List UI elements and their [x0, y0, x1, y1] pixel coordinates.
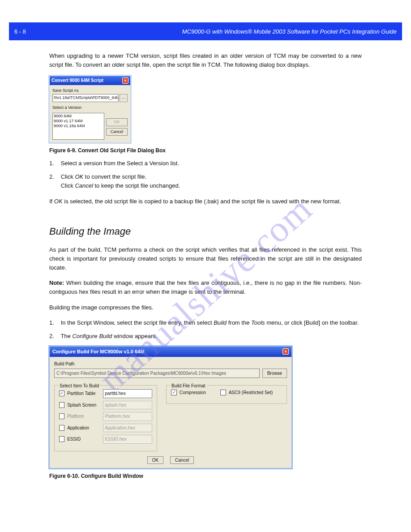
build-toolbar-icon-ref: [Build]: [304, 319, 320, 326]
select-version-label: Select a Version: [52, 105, 128, 111]
step-2b: 2. The Configure Build window appears.: [49, 332, 362, 341]
ok-ref: OK: [75, 173, 83, 180]
platform-row: Platform Platform.hex: [59, 412, 152, 421]
figure-9-caption: Figure 6-9. Convert Old Script File Dial…: [49, 146, 362, 155]
platform-file-input: Platform.hex: [103, 412, 152, 421]
splash-screen-label: Splash Screen: [67, 402, 100, 409]
step-2: 2. Click OK to convert the script file. …: [49, 172, 362, 190]
paragraph-2: If OK is selected, the old script file i…: [49, 197, 362, 206]
version-listbox[interactable]: 9000 64M 9000 v1.17 64M 9000 v1.18a 64M: [52, 113, 104, 140]
step-1b: 1. In the Script Window, select the scri…: [49, 318, 362, 327]
platform-label: Platform: [67, 413, 100, 420]
application-row: Application Application.hex: [59, 424, 152, 433]
step-2a-post: to convert the script file.: [83, 173, 146, 180]
essid-row: ESSID ESSID.hex: [59, 435, 152, 444]
close-icon[interactable]: ×: [283, 348, 289, 355]
ascii-checkbox[interactable]: [220, 390, 226, 395]
step-number: 2.: [49, 332, 59, 341]
essid-label: ESSID: [67, 436, 100, 443]
step-1-text: Select a version from the Select a Versi…: [61, 160, 179, 167]
group-title: Build File Format: [170, 382, 207, 390]
splash-screen-checkbox[interactable]: [59, 402, 64, 408]
ok-button[interactable]: OK: [106, 118, 128, 126]
paragraph-1: When upgrading to a newer TCM version, s…: [49, 51, 362, 69]
build-path-input[interactable]: C:\Program Files\Symbol Device Configura…: [54, 369, 260, 378]
step-2a-pre: Click: [61, 173, 75, 180]
version-item[interactable]: 9000 v1.17 64M: [54, 119, 103, 124]
build-path-label: Build Path: [54, 360, 287, 368]
splash-screen-file-input: splash.hex: [103, 401, 152, 410]
cancel-button[interactable]: Cancel: [170, 456, 194, 464]
figure-10-caption: Figure 6-10. Configure Build Window: [49, 472, 362, 481]
doc-title: MC9000-G with Windows® Mobile 2003 Softw…: [182, 28, 397, 35]
page-header-bar: 6 - 8 MC9000-G with Windows® Mobile 2003…: [9, 22, 402, 40]
ascii-label: ASCII (Restricted Set): [229, 389, 273, 396]
convert-script-dialog: Convert 9000 64M Script × Save Script As…: [49, 76, 131, 142]
note-label: Note:: [49, 279, 66, 286]
close-icon[interactable]: ×: [122, 77, 128, 84]
cancel-ref: Cancel: [75, 182, 93, 189]
save-script-path-input[interactable]: 0\v1.18a\TCMScripts\PDT9000_64M.tcm: [52, 94, 119, 102]
step-2b-post: to keep the script file unchanged.: [93, 182, 180, 189]
dialog-titlebar: Configure Build For MC9000w v1.0 64M ×: [50, 347, 291, 357]
browse-ellipsis-button[interactable]: …: [120, 94, 128, 102]
essid-file-input: ESSID.hex: [103, 435, 152, 444]
select-item-group: Select Item To Build ✓ Partition Table p…: [54, 385, 157, 451]
note-paragraph: Note: When building the image, ensure th…: [49, 279, 362, 296]
section-title: Building the Image: [49, 224, 362, 239]
splash-screen-row: Splash Screen splash.hex: [59, 401, 152, 410]
cancel-button[interactable]: Cancel: [106, 128, 128, 136]
paragraph-4: Building the image compresses the files.: [49, 303, 362, 312]
version-item[interactable]: 9000 64M: [54, 114, 103, 119]
step-number: 1.: [49, 159, 59, 168]
note-text: When building the image, ensure that the…: [49, 279, 362, 295]
paragraph-3: As part of the build, TCM performs a che…: [49, 245, 362, 272]
essid-checkbox[interactable]: [59, 436, 64, 442]
compression-checkbox[interactable]: ✓: [171, 390, 177, 395]
partition-table-checkbox[interactable]: ✓: [59, 390, 64, 396]
step-number: 1.: [49, 318, 59, 327]
step-1: 1. Select a version from the Select a Ve…: [49, 159, 362, 168]
dialog-titlebar: Convert 9000 64M Script ×: [50, 76, 130, 85]
browse-button[interactable]: Browse: [262, 369, 287, 378]
save-script-label: Save Script As: [52, 88, 128, 94]
build-file-format-group: Build File Format ✓ Compression ASCII (R…: [166, 385, 287, 404]
application-label: Application: [67, 425, 100, 432]
step-2b-pre: Click: [61, 182, 75, 189]
partition-table-row: ✓ Partition Table parttbl.hex: [59, 389, 152, 398]
partition-table-label: Partition Table: [67, 390, 100, 397]
page-number: 6 - 8: [14, 28, 26, 35]
configure-build-dialog: Configure Build For MC9000w v1.0 64M × B…: [49, 346, 292, 468]
application-file-input: Application.hex: [103, 424, 152, 433]
dialog-title-text: Convert 9000 64M Script: [51, 77, 103, 84]
version-item[interactable]: 9000 v1.18a 64M: [54, 124, 103, 129]
dialog-title-text: Configure Build For MC9000w v1.0 64M: [52, 348, 144, 356]
group-title: Select Item To Build: [58, 382, 100, 390]
partition-table-file-input[interactable]: parttbl.hex: [103, 389, 152, 398]
step-number: 2.: [49, 172, 59, 181]
platform-checkbox[interactable]: [59, 413, 64, 419]
application-checkbox[interactable]: [59, 425, 64, 431]
ok-button[interactable]: OK: [147, 456, 163, 464]
compression-label: Compression: [180, 389, 206, 396]
